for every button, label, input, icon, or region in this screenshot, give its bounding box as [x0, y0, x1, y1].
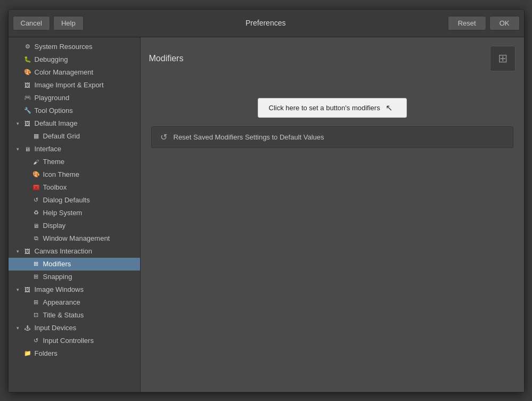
set-modifiers-label: Click here to set a button's modifiers: [269, 104, 380, 112]
sidebar-label-toolbox: Toolbox: [43, 183, 67, 191]
sidebar-item-default-grid[interactable]: ▦Default Grid: [9, 130, 140, 143]
sidebar-item-interface[interactable]: ▾🖥Interface: [9, 143, 140, 156]
arrow-input-controllers: [23, 338, 30, 344]
reset-modifiers-row[interactable]: ↺ Reset Saved Modifiers Settings to Defa…: [151, 126, 513, 148]
system-resources-icon: ⚙: [23, 43, 32, 51]
arrow-modifiers: [23, 261, 30, 267]
sidebar-item-playground[interactable]: 🎮Playground: [9, 92, 140, 104]
sidebar-label-folders: Folders: [35, 349, 58, 357]
sidebar-label-playground: Playground: [35, 94, 70, 102]
main-content: ⚙System Resources🐛Debugging🎨Color Manage…: [9, 37, 524, 392]
sidebar-item-image-windows[interactable]: ▾🖼Image Windows: [9, 283, 140, 296]
arrow-snapping: [23, 274, 30, 280]
sidebar-item-display[interactable]: 🖥Display: [9, 219, 140, 232]
sidebar-label-theme: Theme: [43, 158, 64, 166]
titlebar-right: Reset OK: [448, 16, 520, 30]
arrow-default-image: ▾: [15, 120, 21, 127]
sidebar-item-color-management[interactable]: 🎨Color Management: [9, 66, 140, 79]
ok-button[interactable]: OK: [489, 16, 520, 30]
preferences-window: Cancel Help Preferences Reset OK ⚙System…: [8, 9, 525, 392]
sidebar-label-image-import-export: Image Import & Export: [35, 81, 104, 89]
default-image-icon: 🖼: [23, 119, 32, 128]
sidebar-item-default-image[interactable]: ▾🖼Default Image: [9, 117, 140, 130]
sidebar-label-icon-theme: Icon Theme: [43, 170, 79, 178]
tool-options-icon: 🔧: [23, 107, 32, 115]
arrow-help-system: [23, 210, 30, 216]
sidebar-item-system-resources[interactable]: ⚙System Resources: [9, 40, 140, 53]
sidebar-label-display: Display: [43, 222, 66, 230]
panel-header: Modifiers ⊞: [149, 46, 515, 71]
arrow-color-management: [15, 69, 21, 76]
theme-icon: 🖌: [32, 158, 40, 166]
sidebar-item-help-system[interactable]: ♻Help System: [9, 207, 140, 219]
folders-icon: 📁: [23, 349, 32, 358]
sidebar-item-dialog-defaults[interactable]: ↺Dialog Defaults: [9, 194, 140, 207]
display-icon: 🖥: [32, 222, 40, 230]
sidebar-label-modifiers: Modifiers: [43, 260, 71, 268]
window-management-icon: ⧉: [32, 234, 40, 243]
sidebar-item-icon-theme[interactable]: 🎨Icon Theme: [9, 168, 140, 181]
sidebar-item-debugging[interactable]: 🐛Debugging: [9, 53, 140, 66]
sidebar-label-color-management: Color Management: [35, 68, 94, 76]
sidebar-item-canvas-interaction[interactable]: ▾🖼Canvas Interaction: [9, 245, 140, 258]
sidebar-item-input-controllers[interactable]: ↺Input Controllers: [9, 334, 140, 347]
arrow-system-resources: [15, 44, 21, 50]
modifiers-icon: ⊞: [32, 260, 40, 268]
arrow-folders: [15, 350, 21, 357]
sidebar: ⚙System Resources🐛Debugging🎨Color Manage…: [9, 37, 141, 392]
sidebar-item-tool-options[interactable]: 🔧Tool Options: [9, 104, 140, 117]
input-controllers-icon: ↺: [32, 337, 40, 345]
arrow-icon-theme: [23, 171, 30, 178]
sidebar-item-toolbox[interactable]: 🧰Toolbox: [9, 181, 140, 194]
help-button[interactable]: Help: [53, 16, 84, 30]
arrow-image-import-export: [15, 82, 21, 88]
cancel-button[interactable]: Cancel: [13, 16, 50, 30]
arrow-debugging: [15, 56, 21, 63]
panel-icon: ⊞: [490, 46, 515, 71]
icon-theme-icon: 🎨: [32, 170, 40, 179]
arrow-playground: [15, 95, 21, 101]
sidebar-label-system-resources: System Resources: [35, 43, 93, 51]
sidebar-item-input-devices[interactable]: ▾🕹Input Devices: [9, 322, 140, 334]
dialog-defaults-icon: ↺: [32, 196, 40, 204]
arrow-appearance: [23, 299, 30, 306]
arrow-canvas-interaction: ▾: [15, 248, 21, 255]
sidebar-label-input-devices: Input Devices: [35, 324, 77, 332]
sidebar-item-modifiers[interactable]: ⊞Modifiers: [9, 258, 140, 271]
interface-icon: 🖥: [23, 145, 32, 153]
debugging-icon: 🐛: [23, 55, 32, 64]
reset-icon: ↺: [160, 132, 167, 142]
sidebar-item-image-import-export[interactable]: 🖼Image Import & Export: [9, 79, 140, 92]
arrow-title-status: [23, 312, 30, 318]
modifiers-icon: ⊞: [498, 52, 508, 66]
sidebar-label-image-windows: Image Windows: [35, 285, 84, 293]
arrow-image-windows: ▾: [15, 287, 21, 293]
arrow-tool-options: [15, 108, 21, 114]
sidebar-label-appearance: Appearance: [43, 298, 80, 306]
sidebar-item-window-management[interactable]: ⧉Window Management: [9, 232, 140, 245]
sidebar-item-theme[interactable]: 🖌Theme: [9, 156, 140, 168]
input-devices-icon: 🕹: [23, 324, 32, 332]
sidebar-label-default-grid: Default Grid: [43, 132, 80, 140]
sidebar-label-interface: Interface: [35, 145, 62, 153]
window-title: Preferences: [87, 19, 445, 27]
main-panel: Modifiers ⊞ Click here to set a button's…: [141, 37, 524, 392]
sidebar-label-title-status: Title & Status: [43, 311, 84, 319]
sidebar-label-input-controllers: Input Controllers: [43, 337, 94, 345]
set-modifiers-button[interactable]: Click here to set a button's modifiers ↖: [258, 98, 407, 118]
reset-button[interactable]: Reset: [448, 16, 486, 30]
playground-icon: 🎮: [23, 94, 32, 102]
color-management-icon: 🎨: [23, 68, 32, 77]
image-import-export-icon: 🖼: [23, 81, 32, 89]
help-system-icon: ♻: [32, 209, 40, 217]
toolbox-icon: 🧰: [32, 183, 40, 192]
canvas-interaction-icon: 🖼: [23, 247, 32, 256]
titlebar: Cancel Help Preferences Reset OK: [9, 10, 524, 37]
arrow-theme: [23, 159, 30, 165]
sidebar-item-title-status[interactable]: ⊡Title & Status: [9, 309, 140, 322]
sidebar-item-appearance[interactable]: ⊞Appearance: [9, 296, 140, 309]
image-windows-icon: 🖼: [23, 285, 32, 294]
sidebar-item-snapping[interactable]: ⊞Snapping: [9, 271, 140, 283]
panel-body: Click here to set a button's modifiers ↖…: [149, 82, 515, 148]
sidebar-item-folders[interactable]: 📁Folders: [9, 347, 140, 360]
